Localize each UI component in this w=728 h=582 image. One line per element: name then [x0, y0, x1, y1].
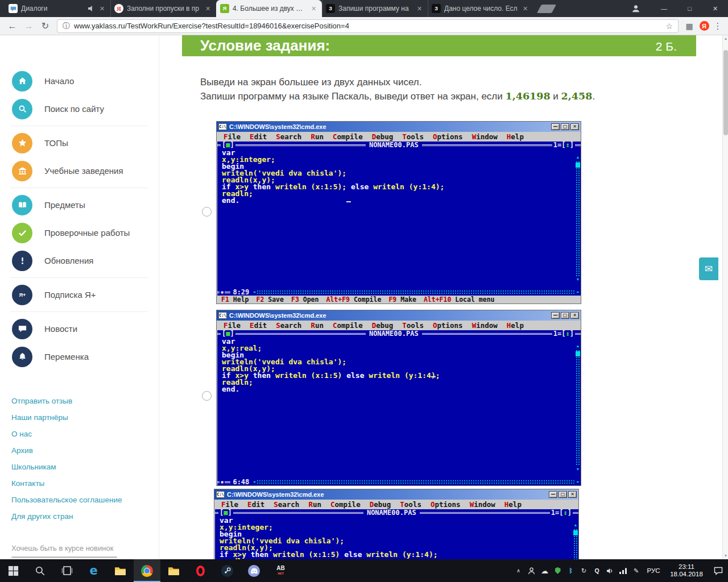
- tp-scroll-up-icon[interactable]: ▲: [573, 523, 578, 527]
- sidebar-item-schools[interactable]: Учебные заведения: [0, 157, 158, 185]
- back-button[interactable]: ←: [5, 18, 20, 34]
- tray-network-icon[interactable]: [617, 559, 630, 582]
- profile-icon[interactable]: [627, 0, 644, 17]
- tray-hidden-icons-icon[interactable]: ∧: [512, 559, 525, 582]
- footer-link[interactable]: Пользовательское соглашение: [11, 492, 153, 508]
- sidebar-item-site-search[interactable]: Поиск по сайту: [0, 95, 158, 123]
- tp-scroll-left-icon[interactable]: ◄: [251, 289, 257, 296]
- tp-close-box[interactable]: [■]: [218, 509, 233, 516]
- tray-q-app-icon[interactable]: Q: [590, 559, 603, 582]
- cmd-minimize-button[interactable]: —: [549, 491, 557, 498]
- cmd-minimize-button[interactable]: —: [551, 123, 560, 130]
- tp-menu-run[interactable]: Run: [311, 132, 324, 142]
- language-indicator[interactable]: РУС: [643, 567, 664, 574]
- scroll-up-icon[interactable]: ▲: [723, 35, 728, 42]
- tp-scroll-down-icon[interactable]: ▼: [576, 277, 580, 282]
- tp-menu-window[interactable]: Window: [472, 132, 498, 142]
- browser-tab-5[interactable]: З Дано целое число. Есл ✕: [428, 0, 533, 17]
- window-maximize-button[interactable]: □: [677, 0, 702, 17]
- tp-scroll-up-icon[interactable]: ▲: [576, 155, 580, 160]
- tp-menu-tools[interactable]: Tools: [400, 500, 421, 509]
- tp-menu-run[interactable]: Run: [308, 500, 321, 509]
- tp-menu-search[interactable]: Search: [274, 500, 299, 509]
- new-tab-button[interactable]: [537, 5, 556, 13]
- tp-vscroll-thumb[interactable]: [576, 163, 580, 168]
- tp-menu-search[interactable]: Search: [276, 132, 301, 142]
- tp-menu-window[interactable]: Window: [470, 500, 495, 509]
- tp-scroll-left-icon[interactable]: ◄: [251, 479, 257, 485]
- url-text[interactable]: www.yaklass.ru/TestWorkRun/Exercise?test…: [74, 22, 661, 30]
- footer-link[interactable]: Контакты: [11, 475, 153, 492]
- taskbar-file-explorer-icon[interactable]: [107, 559, 134, 582]
- tp-horizontal-scrollbar[interactable]: [257, 480, 574, 484]
- tab-close-icon[interactable]: ✕: [309, 5, 318, 13]
- action-center-button[interactable]: [709, 559, 728, 582]
- taskbar-edge-icon[interactable]: e: [80, 559, 107, 582]
- answer-screenshot-1[interactable]: C:\ C:\WINDOWS\system32\cmd.exe — □ ✕ Fi…: [216, 121, 581, 304]
- tray-cloud-icon[interactable]: ☁: [538, 559, 551, 582]
- cmd-close-button[interactable]: ✕: [570, 123, 579, 130]
- yandex-extension-icon[interactable]: Я: [697, 19, 711, 33]
- cmd-maximize-button[interactable]: □: [559, 491, 567, 498]
- sidebar-item-home[interactable]: Начало: [0, 67, 158, 95]
- page-scrollbar[interactable]: ▲ ▼: [722, 35, 728, 559]
- tp-scroll-down-icon[interactable]: ▼: [576, 467, 580, 472]
- tp-menu-help[interactable]: Help: [507, 321, 524, 330]
- browser-tab-4[interactable]: З Запиши программу на ✕: [322, 0, 428, 17]
- site-info-icon[interactable]: ⓘ: [63, 21, 70, 31]
- taskbar-discord-icon[interactable]: [241, 559, 267, 582]
- feedback-mail-button[interactable]: ✉: [699, 257, 718, 280]
- tp-close-box[interactable]: [■]: [221, 330, 235, 337]
- tp-menu-options[interactable]: Options: [433, 321, 463, 330]
- browser-menu-icon[interactable]: ⋮: [712, 21, 723, 31]
- tp-menu-search[interactable]: Search: [276, 321, 301, 330]
- sidebar-item-subjects[interactable]: Предметы: [0, 191, 158, 219]
- cmd-maximize-button[interactable]: □: [561, 123, 569, 130]
- footer-link[interactable]: Школьникам: [11, 459, 153, 475]
- tp-menu-edit[interactable]: Edit: [250, 132, 267, 142]
- browser-tab-3[interactable]: Я 4. Большее из двух чис ✕: [216, 0, 322, 17]
- tp-vertical-scrollbar[interactable]: ▲ ▼: [576, 155, 580, 282]
- tp-close-box[interactable]: [■]: [221, 142, 235, 148]
- footer-link[interactable]: Наши партнёры: [11, 409, 153, 426]
- taskbar-opera-icon[interactable]: [187, 559, 214, 582]
- tp-menu-tools[interactable]: Tools: [402, 321, 424, 330]
- cmd-minimize-button[interactable]: —: [551, 312, 560, 319]
- taskbar-folder-icon[interactable]: [160, 559, 187, 582]
- tray-shield-icon[interactable]: [551, 559, 564, 582]
- taskbar-av-dictionary-icon[interactable]: АВнет: [267, 559, 294, 582]
- scrollbar-thumb[interactable]: [723, 50, 728, 135]
- tp-menu-debug[interactable]: Debug: [372, 132, 394, 142]
- tp-menu-file[interactable]: File: [221, 500, 238, 509]
- tp-vertical-scrollbar[interactable]: ▲ ▼: [576, 344, 580, 472]
- tp-menu-compile[interactable]: Compile: [330, 500, 361, 509]
- taskbar-search-icon[interactable]: [27, 559, 53, 582]
- tp-menu-compile[interactable]: Compile: [333, 132, 363, 142]
- taskbar-start-icon[interactable]: [0, 559, 27, 582]
- bookmark-star-icon[interactable]: ☆: [665, 22, 673, 31]
- tp-menu-debug[interactable]: Debug: [370, 500, 391, 509]
- tab-close-icon[interactable]: ✕: [204, 5, 212, 13]
- footer-link[interactable]: Отправить отзыв: [11, 393, 153, 409]
- reload-button[interactable]: ↻: [38, 18, 53, 34]
- cmd-close-button[interactable]: ✕: [570, 312, 579, 319]
- sidebar-item-tops[interactable]: ТОПы: [0, 129, 158, 157]
- sidebar-item-news[interactable]: Новости: [0, 315, 158, 343]
- footer-link[interactable]: О нас: [11, 426, 153, 442]
- tp-horizontal-scrollbar[interactable]: [257, 290, 574, 294]
- address-bar[interactable]: ⓘ www.yaklass.ru/TestWorkRun/Exercise?te…: [57, 19, 679, 33]
- answer-screenshot-2[interactable]: C:\ C:\WINDOWS\system32\cmd.exe — □ ✕ Fi…: [216, 310, 581, 486]
- tp-menu-debug[interactable]: Debug: [372, 321, 394, 330]
- answer-radio-1[interactable]: [202, 207, 212, 217]
- window-minimize-button[interactable]: —: [651, 0, 677, 17]
- taskbar-steam-icon[interactable]: [214, 559, 241, 582]
- tp-menu-help[interactable]: Help: [507, 132, 524, 142]
- tp-vscroll-thumb[interactable]: [573, 530, 578, 535]
- taskbar-task-view-icon[interactable]: [53, 559, 80, 582]
- tray-bluetooth-icon[interactable]: ᛒ: [564, 559, 577, 582]
- tp-scroll-right-icon[interactable]: ►: [576, 479, 581, 485]
- cmd-close-button[interactable]: ✕: [568, 491, 577, 498]
- sidebar-item-break[interactable]: Переменка: [0, 343, 158, 371]
- tray-pen-icon[interactable]: ✎: [630, 559, 643, 582]
- tp-menu-file[interactable]: File: [224, 321, 241, 330]
